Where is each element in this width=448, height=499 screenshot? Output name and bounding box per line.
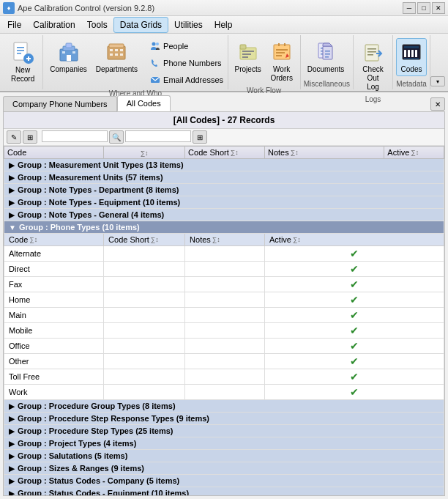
new-record-button[interactable]: NewRecord — [7, 39, 38, 86]
menu-calibration[interactable]: Calibration — [27, 18, 81, 32]
col-header-notes[interactable]: Notes ∑↕ — [264, 147, 384, 159]
tab-company-phone[interactable]: Company Phone Numbers — [3, 96, 117, 111]
tab-all-codes[interactable]: All Codes — [117, 95, 171, 111]
new-record-label: NewRecord — [11, 66, 34, 84]
expand-icon-procedure-step-response[interactable]: ▶ — [9, 415, 15, 423]
cell-tollfree-notes — [185, 369, 265, 385]
group-row-note-types-dept[interactable]: ▶Group : Note Types - Department (8 item… — [4, 184, 444, 196]
subheader-code[interactable]: Code ∑↕ — [4, 234, 104, 246]
expand-icon-note-types-equip[interactable]: ▶ — [9, 199, 15, 207]
data-row-home[interactable]: Home ✔ — [4, 292, 444, 308]
col-code-label: Code — [7, 148, 26, 157]
people-button[interactable]: People — [146, 38, 227, 54]
work-orders-label: WorkOrders — [270, 65, 293, 83]
svg-rect-11 — [62, 51, 65, 53]
people-icon — [149, 40, 161, 52]
group-row-sizes-ranges[interactable]: ▶Group : Sizes & Ranges (9 items) — [4, 462, 444, 475]
cell-other-code: Other — [4, 354, 104, 369]
expand-icon-note-types-general[interactable]: ▶ — [9, 211, 15, 219]
data-row-office[interactable]: Office ✔ — [4, 339, 444, 354]
group-row-project-types[interactable]: ▶Group : Project Types (4 items) — [4, 437, 444, 450]
minimize-button[interactable]: ─ — [403, 2, 416, 14]
grid-scroll[interactable]: Code ∑↕ Code Short ∑↕ Notes ∑↕ Active ∑↕ — [4, 146, 444, 495]
menu-file[interactable]: File — [1, 18, 27, 32]
ribbon-expand-button[interactable]: ▾ — [430, 76, 445, 86]
expand-icon-phone-types[interactable]: ▼ — [9, 223, 16, 232]
col-header-code-sum[interactable]: ∑↕ — [104, 147, 185, 159]
data-row-mobile[interactable]: Mobile ✔ — [4, 323, 444, 339]
data-row-direct[interactable]: Direct ✔ — [4, 262, 444, 277]
expand-icon-procedure-step-types[interactable]: ▶ — [9, 427, 15, 435]
svg-rect-6 — [28, 56, 29, 61]
grid-header-row: Code ∑↕ Code Short ∑↕ Notes ∑↕ Active ∑↕ — [4, 147, 444, 159]
data-row-work[interactable]: Work ✔ — [4, 385, 444, 400]
expand-icon-measurement-units[interactable]: ▶ — [9, 174, 15, 182]
svg-rect-12 — [72, 51, 75, 53]
projects-button[interactable]: Projects — [231, 38, 265, 76]
departments-button[interactable]: Departments — [92, 38, 141, 76]
cell-fax-active: ✔ — [264, 277, 444, 292]
expand-icon-measurement-unit-types[interactable]: ▶ — [9, 161, 15, 169]
close-button[interactable]: ✕ — [432, 2, 445, 14]
group-row-note-types-equip[interactable]: ▶Group : Note Types - Equipment (10 item… — [4, 196, 444, 209]
data-row-alternate[interactable]: Alternate ✔ — [4, 246, 444, 262]
subheader-active[interactable]: Active ∑↕ — [264, 234, 444, 246]
col-header-code[interactable]: Code — [4, 147, 104, 159]
menu-bar: File Calibration Tools Data Grids Utilit… — [0, 16, 448, 34]
checkout-log-button[interactable]: CheckOut Log — [356, 38, 389, 94]
subheader-notes[interactable]: Notes ∑↕ — [185, 234, 265, 246]
ribbon-group-logs: CheckOut Log Logs — [354, 35, 393, 89]
companies-button[interactable]: Companies — [46, 38, 91, 76]
email-addresses-button[interactable]: Email Addresses — [146, 72, 227, 88]
expand-icon-procedure-group-types[interactable]: ▶ — [9, 402, 15, 410]
grid-title: [All Codes] - 27 Records — [4, 112, 444, 129]
svg-rect-16 — [120, 49, 123, 51]
grid-tool-search[interactable]: 🔍 — [109, 130, 124, 144]
col-header-active[interactable]: Active ∑↕ — [384, 147, 444, 159]
data-row-toll-free[interactable]: Toll Free ✔ — [4, 369, 444, 385]
group-row-procedure-group-types[interactable]: ▶Group : Procedure Group Types (8 items) — [4, 400, 444, 413]
data-row-main[interactable]: Main ✔ — [4, 308, 444, 323]
maximize-button[interactable]: □ — [417, 2, 430, 14]
work-orders-button[interactable]: WorkOrders — [266, 38, 297, 85]
grid-tool-go[interactable]: ⊞ — [193, 130, 207, 144]
data-row-other[interactable]: Other ✔ — [4, 354, 444, 369]
col-notes-label: Notes — [268, 148, 289, 157]
svg-rect-25 — [240, 45, 246, 49]
expand-icon-project-types[interactable]: ▶ — [9, 440, 15, 448]
col-header-codeshort[interactable]: Code Short ∑↕ — [185, 147, 265, 159]
expand-icon-sizes-ranges[interactable]: ▶ — [9, 465, 15, 473]
menu-help[interactable]: Help — [209, 18, 239, 32]
expand-icon-status-codes-equipment[interactable]: ▶ — [9, 489, 15, 495]
title-bar: ♦ Ape Calibration Control (version 9.2.8… — [0, 0, 448, 16]
expand-icon-note-types-dept[interactable]: ▶ — [9, 186, 15, 194]
grid-tool-edit[interactable]: ✎ — [7, 130, 21, 144]
ribbon-group-misc-label: Miscellaneous — [304, 80, 350, 88]
group-row-procedure-step-types[interactable]: ▶Group : Procedure Step Types (25 items) — [4, 425, 444, 437]
group-row-measurement-units[interactable]: ▶Group : Measurement Units (57 items) — [4, 171, 444, 184]
codes-button[interactable]: Codes — [396, 38, 427, 76]
cell-alternate-codeshort — [104, 246, 185, 262]
group-row-procedure-step-response[interactable]: ▶Group : Procedure Step Response Types (… — [4, 413, 444, 425]
grid-toolbar: ✎ ⊞ 🔍 ⊞ — [4, 129, 444, 146]
group-row-status-codes-company[interactable]: ▶Group : Status Codes - Company (5 items… — [4, 475, 444, 487]
subheader-codeshort[interactable]: Code Short ∑↕ — [104, 234, 185, 246]
documents-button[interactable]: Documents — [304, 38, 348, 76]
group-row-salutations[interactable]: ▶Group : Salutations (5 items) — [4, 450, 444, 462]
phone-numbers-button[interactable]: Phone Numbers — [146, 55, 227, 71]
svg-rect-20 — [109, 44, 124, 48]
expand-icon-status-codes-company[interactable]: ▶ — [9, 477, 15, 485]
expand-icon-salutations[interactable]: ▶ — [9, 452, 15, 460]
group-row-note-types-general[interactable]: ▶Group : Note Types - General (4 items) — [4, 209, 444, 221]
menu-utilities[interactable]: Utilities — [168, 18, 209, 32]
menu-data-grids[interactable]: Data Grids — [113, 17, 168, 33]
group-row-phone-types[interactable]: ▼Group : Phone Types (10 items) — [4, 221, 444, 234]
data-row-fax[interactable]: Fax ✔ — [4, 277, 444, 292]
cell-alternate-code: Alternate — [4, 246, 104, 262]
menu-tools[interactable]: Tools — [81, 18, 113, 32]
group-row-status-codes-equipment[interactable]: ▶Group : Status Codes - Equipment (10 it… — [4, 487, 444, 496]
close-tab-button[interactable]: ✕ — [430, 97, 445, 111]
cell-mobile-code: Mobile — [4, 323, 104, 339]
group-row-measurement-unit-types[interactable]: ▶Group : Measurement Unit Types (13 item… — [4, 159, 444, 171]
grid-tool-filter[interactable]: ⊞ — [23, 130, 37, 144]
